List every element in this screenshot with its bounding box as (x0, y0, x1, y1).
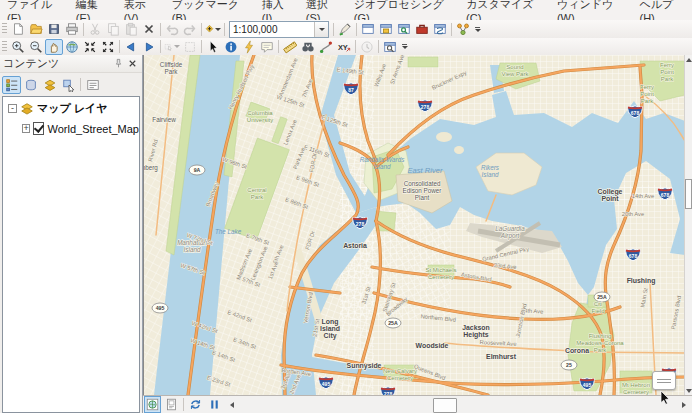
hyperlink-button[interactable] (240, 39, 258, 55)
find-route-icon (319, 40, 333, 54)
save-document-icon (47, 22, 61, 36)
data-view-button[interactable] (144, 396, 161, 413)
print-button[interactable] (63, 21, 81, 37)
add-data-button[interactable] (204, 21, 222, 37)
select-elements-button[interactable] (204, 39, 222, 55)
paste-button[interactable] (122, 21, 140, 37)
copy-icon (106, 22, 120, 36)
python-window-button[interactable] (431, 21, 449, 37)
time-slider-button[interactable] (358, 39, 376, 55)
go-to-xy-button[interactable] (335, 39, 353, 55)
toc-layer-world_street_map[interactable]: +World_Street_Map (3, 120, 139, 137)
new-document-button[interactable] (9, 21, 27, 37)
toolbar-options-icon[interactable] (472, 22, 482, 37)
table-of-contents-window-button[interactable] (359, 21, 377, 37)
catalog-window-button[interactable] (377, 21, 395, 37)
search-window-button[interactable] (395, 21, 413, 37)
map-note-icon[interactable] (652, 371, 676, 390)
map-scale-dropdown-icon[interactable] (314, 22, 328, 37)
tools-toolbar (0, 38, 692, 56)
fixed-zoom-out-button[interactable] (99, 39, 117, 55)
add-data-icon (205, 22, 214, 36)
modelbuilder-button[interactable] (454, 21, 472, 37)
map-label: Flushing (627, 277, 656, 285)
time-slider-icon (360, 40, 374, 54)
find-button[interactable] (299, 39, 317, 55)
layer-visibility-checkbox[interactable] (33, 122, 44, 135)
list-by-selection-button[interactable] (59, 76, 78, 94)
zoom-out-button[interactable] (27, 39, 45, 55)
horizontal-scroll-thumb[interactable] (433, 398, 457, 413)
map-scale-combo[interactable]: 1:100,000 (229, 21, 329, 38)
cut-button[interactable] (86, 21, 104, 37)
vertical-scroll-thumb[interactable] (685, 179, 692, 209)
layer-label[interactable]: マップ レイヤ (37, 101, 108, 116)
save-document-button[interactable] (45, 21, 63, 37)
map-label: Fairview (152, 116, 176, 123)
modelbuilder-icon (456, 22, 470, 36)
toolbar-separator (201, 23, 202, 36)
identify-button[interactable] (222, 39, 240, 55)
close-icon[interactable] (125, 57, 139, 71)
redo-button[interactable] (181, 21, 199, 37)
toolbar-grip[interactable] (2, 23, 7, 35)
svg-text:9A: 9A (194, 167, 201, 173)
clear-selected-features-button[interactable] (181, 39, 199, 55)
full-extent-icon (65, 40, 79, 54)
html-popup-icon (260, 40, 274, 54)
map-label: Guttenberg (144, 164, 158, 172)
pin-icon[interactable] (111, 57, 125, 71)
zoom-in-button[interactable] (9, 39, 27, 55)
go-back-extent-button[interactable] (122, 39, 140, 55)
toc-options-button[interactable] (83, 76, 102, 94)
pause-drawing-button[interactable] (206, 396, 223, 413)
list-by-source-button[interactable] (21, 76, 40, 94)
create-viewer-window-button[interactable] (381, 39, 399, 55)
scroll-down-icon[interactable] (685, 386, 692, 395)
map-scale-value[interactable]: 1:100,000 (230, 24, 314, 35)
interstate-shield: 278 (381, 387, 396, 395)
pan-button[interactable] (45, 39, 63, 55)
contents-panel-title: コンテンツ (3, 56, 111, 71)
refresh-view-button[interactable] (187, 396, 204, 413)
html-popup-button[interactable] (258, 39, 276, 55)
toolbar-options-icon[interactable] (399, 39, 409, 54)
delete-button[interactable] (140, 21, 158, 37)
select-features-button[interactable] (163, 39, 181, 55)
layout-view-button[interactable] (163, 396, 180, 413)
fixed-zoom-in-button[interactable] (81, 39, 99, 55)
expand-icon[interactable]: + (22, 124, 30, 133)
list-by-visibility-icon (43, 78, 57, 92)
svg-text:495: 495 (322, 381, 331, 387)
arctoolbox-window-button[interactable] (413, 21, 431, 37)
scroll-up-icon[interactable] (685, 55, 692, 64)
open-document-button[interactable] (27, 21, 45, 37)
undo-button[interactable] (163, 21, 181, 37)
scroll-left-icon[interactable] (225, 396, 239, 413)
scroll-right-icon[interactable] (677, 396, 691, 413)
list-by-visibility-button[interactable] (40, 76, 59, 94)
list-by-drawing-order-button[interactable] (2, 76, 21, 94)
toolbar-grip[interactable] (2, 41, 7, 53)
map-label: New CalvaryCemetery (383, 368, 417, 381)
layer-label[interactable]: World_Street_Map (47, 123, 139, 135)
go-forward-extent-button[interactable] (140, 39, 158, 55)
editor-toolbar-button[interactable] (336, 21, 354, 37)
map-horizontal-scrollbar[interactable] (240, 396, 676, 413)
svg-text:25A: 25A (597, 294, 607, 300)
contents-tree: -マップ レイヤ+World_Street_Map (2, 96, 140, 413)
map-vertical-scrollbar[interactable] (684, 55, 692, 395)
measure-button[interactable] (281, 39, 299, 55)
map-canvas[interactable]: 872782782784954956786786786789A49525A25A… (143, 55, 685, 395)
select-features-icon (164, 40, 173, 54)
toolbar-separator (83, 23, 84, 36)
collapse-icon[interactable]: - (8, 104, 17, 113)
full-extent-button[interactable] (63, 39, 81, 55)
toc-layer-マップ-レイヤ[interactable]: -マップ レイヤ (3, 100, 139, 117)
table-of-contents-window-icon (361, 22, 375, 36)
map-label: Elmhurst (486, 353, 517, 360)
contents-toolbar (0, 73, 142, 96)
copy-button[interactable] (104, 21, 122, 37)
contents-panel-titlebar: コンテンツ (0, 55, 142, 73)
find-route-button[interactable] (317, 39, 335, 55)
